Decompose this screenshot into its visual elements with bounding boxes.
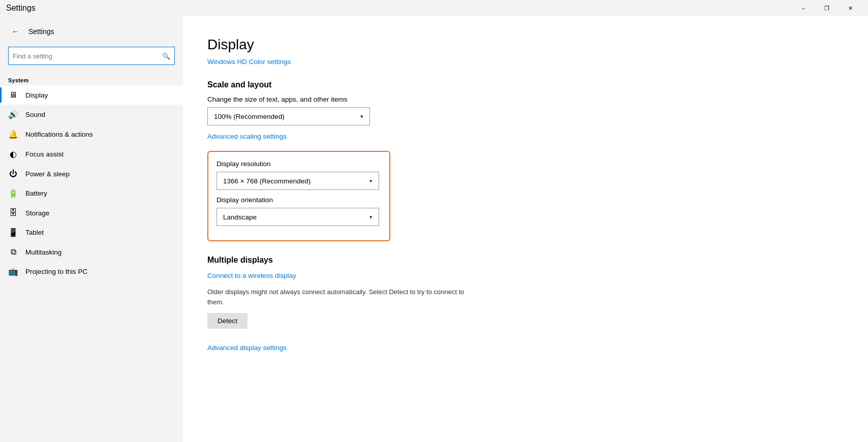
sidebar-item-multitasking[interactable]: ⧉ Multitasking	[0, 242, 183, 262]
hd-color-link[interactable]: Windows HD Color settings	[207, 58, 291, 66]
sidebar-item-multitasking-label: Multitasking	[25, 248, 61, 256]
tablet-icon: 📱	[8, 228, 18, 237]
title-bar: Settings – ❐ ✕	[0, 0, 868, 16]
orientation-dropdown-value: Landscape	[223, 213, 257, 221]
sidebar-item-focus-label: Focus assist	[25, 150, 64, 158]
title-bar-controls: – ❐ ✕	[792, 0, 862, 16]
sidebar-item-display[interactable]: 🖥 Display	[0, 85, 183, 105]
sidebar-item-sound-label: Sound	[25, 111, 45, 118]
search-input[interactable]	[13, 52, 162, 60]
maximize-button[interactable]: ❐	[815, 0, 839, 16]
content-area: Display Windows HD Color settings Scale …	[183, 16, 868, 442]
sidebar-item-storage[interactable]: 🗄 Storage	[0, 203, 183, 223]
title-bar-title: Settings	[6, 4, 36, 13]
main-window: ← Settings 🔍 System 🖥 Display 🔊 Sound 🔔 …	[0, 16, 868, 442]
sidebar-item-power-label: Power & sleep	[25, 170, 70, 178]
multitasking-icon: ⧉	[8, 247, 18, 257]
scale-dropdown-chevron: ▾	[360, 113, 363, 120]
detect-description: Older displays might not always connect …	[207, 287, 472, 307]
projecting-icon: 📺	[8, 267, 18, 276]
advanced-display-link[interactable]: Advanced display settings	[207, 344, 287, 352]
sidebar-item-projecting[interactable]: 📺 Projecting to this PC	[0, 262, 183, 281]
scale-section-heading: Scale and layout	[207, 80, 844, 89]
sidebar-item-sound[interactable]: 🔊 Sound	[0, 105, 183, 124]
resolution-label: Display resolution	[216, 160, 381, 168]
sound-icon: 🔊	[8, 110, 18, 119]
orientation-dropdown[interactable]: Landscape ▾	[216, 208, 379, 226]
sidebar-item-notifications-label: Notifications & actions	[25, 131, 93, 138]
resolution-orientation-box: Display resolution 1366 × 768 (Recommend…	[207, 151, 390, 241]
notifications-icon: 🔔	[8, 130, 18, 139]
sidebar: ← Settings 🔍 System 🖥 Display 🔊 Sound 🔔 …	[0, 16, 183, 442]
sidebar-item-battery-label: Battery	[25, 190, 47, 197]
sidebar-header: ← Settings	[0, 20, 183, 47]
sidebar-item-focus[interactable]: ◐ Focus assist	[0, 144, 183, 164]
sidebar-item-power[interactable]: ⏻ Power & sleep	[0, 164, 183, 183]
sidebar-item-tablet-label: Tablet	[25, 229, 44, 236]
resolution-dropdown-value: 1366 × 768 (Recommended)	[223, 177, 311, 185]
search-box[interactable]: 🔍	[8, 47, 175, 65]
storage-icon: 🗄	[8, 208, 18, 217]
scale-dropdown-value: 100% (Recommended)	[214, 113, 285, 120]
title-bar-left: Settings	[6, 4, 36, 13]
sidebar-item-projecting-label: Projecting to this PC	[25, 268, 87, 275]
sidebar-item-display-label: Display	[25, 91, 48, 99]
resolution-dropdown[interactable]: 1366 × 768 (Recommended) ▾	[216, 172, 379, 190]
orientation-label: Display orientation	[216, 196, 381, 204]
battery-icon: 🔋	[8, 188, 18, 198]
search-icon: 🔍	[162, 52, 170, 60]
close-button[interactable]: ✕	[839, 0, 862, 16]
minimize-button[interactable]: –	[792, 0, 815, 16]
focus-icon: ◐	[8, 149, 18, 159]
scale-label: Change the size of text, apps, and other…	[207, 96, 844, 103]
sidebar-app-title: Settings	[28, 27, 54, 36]
scale-dropdown[interactable]: 100% (Recommended) ▾	[207, 107, 370, 125]
sidebar-item-tablet[interactable]: 📱 Tablet	[0, 223, 183, 242]
sidebar-item-battery[interactable]: 🔋 Battery	[0, 183, 183, 203]
power-icon: ⏻	[8, 169, 18, 178]
orientation-dropdown-chevron: ▾	[369, 214, 373, 220]
advanced-scaling-link[interactable]: Advanced scaling settings	[207, 133, 287, 140]
detect-button[interactable]: Detect	[207, 313, 247, 329]
system-section-title: System	[0, 73, 183, 85]
display-icon: 🖥	[8, 90, 18, 100]
sidebar-item-notifications[interactable]: 🔔 Notifications & actions	[0, 124, 183, 144]
page-title: Display	[207, 37, 844, 53]
wireless-display-link[interactable]: Connect to a wireless display	[207, 272, 296, 279]
multiple-displays-heading: Multiple displays	[207, 256, 844, 265]
sidebar-item-storage-label: Storage	[25, 209, 49, 217]
back-button[interactable]: ←	[8, 24, 22, 39]
resolution-dropdown-chevron: ▾	[369, 178, 373, 184]
